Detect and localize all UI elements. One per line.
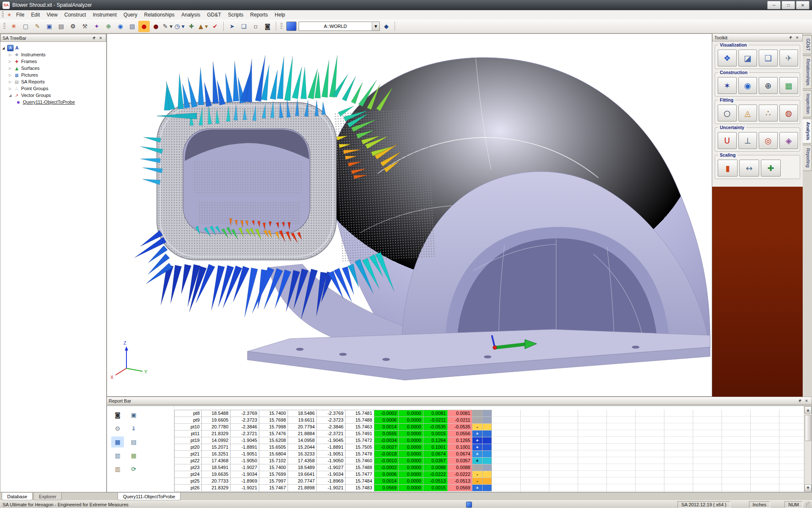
probe-cube-icon[interactable]: ▧ bbox=[126, 21, 138, 32]
report-table-row[interactable]: pt22 17.4368 -1.9050 15.7102 17.4358 -1.… bbox=[175, 458, 492, 464]
tree-item-query111[interactable]: ● Query111-ObjectToProbe bbox=[16, 99, 105, 105]
hide-objects-icon[interactable]: ◪ bbox=[738, 50, 757, 66]
report-table-row[interactable]: pt10 20.7780 -2.3846 15.7998 20.7794 -2.… bbox=[175, 424, 492, 431]
window-panes-icon[interactable]: ❏ bbox=[238, 21, 250, 32]
tree-expander-icon[interactable]: ▷ bbox=[8, 60, 12, 64]
tree-root-collection[interactable]: ◢ A A bbox=[1, 44, 105, 51]
select-pointer-icon[interactable]: ➤ bbox=[226, 21, 238, 32]
fly-view-icon[interactable]: ✈ bbox=[779, 50, 798, 66]
toolkit-close-icon[interactable]: ✕ bbox=[794, 35, 801, 41]
magic-construct-icon[interactable]: ✶ bbox=[718, 77, 737, 94]
instrument-uncertainty-icon[interactable]: ⊥ bbox=[738, 132, 757, 149]
points-fit-icon[interactable]: ◬ bbox=[738, 105, 757, 121]
graph-icon[interactable]: ▲ ▾ bbox=[198, 21, 209, 32]
menu-item[interactable]: Analysis bbox=[178, 11, 204, 19]
viewport-3d[interactable]: Z X Y bbox=[107, 33, 712, 397]
toolbar-grip[interactable] bbox=[3, 23, 5, 30]
report-table-row[interactable]: pt26 21.8329 -1.9021 15.7467 21.8898 -1.… bbox=[175, 485, 492, 491]
menu-grip[interactable] bbox=[2, 11, 4, 18]
sensor-uncertainty-icon[interactable]: ◈ bbox=[779, 132, 798, 149]
report-table-row[interactable]: pt25 20.7733 -1.8969 15.7997 20.7747 -1.… bbox=[175, 478, 492, 485]
report-zoom-icon[interactable]: ⊙ bbox=[111, 423, 124, 434]
treebar-pin-icon[interactable] bbox=[91, 35, 97, 41]
verify-check-icon[interactable]: ✔ bbox=[209, 21, 221, 32]
menu-item[interactable]: View bbox=[43, 11, 61, 19]
scroll-down-icon[interactable]: ▼ bbox=[804, 484, 812, 491]
report-table-icon[interactable]: ▦ bbox=[111, 436, 124, 447]
report-table-row[interactable]: pt20 15.2071 -1.8891 15.6505 15.2044 -1.… bbox=[175, 444, 492, 451]
measure-sphere-icon[interactable]: ● bbox=[138, 21, 150, 32]
settings-gear-icon[interactable]: ⚙ bbox=[67, 21, 79, 32]
menu-item[interactable]: File bbox=[13, 11, 27, 19]
survey-icon[interactable]: ✦ bbox=[91, 21, 102, 32]
build-tools-icon[interactable]: ⚒ bbox=[79, 21, 91, 32]
menu-item[interactable]: Help bbox=[272, 11, 289, 19]
tree-expander-icon[interactable]: ▷ bbox=[8, 87, 12, 91]
report-table-row[interactable]: pt9 19.6605 -2.3723 15.7698 19.6611 -2.3… bbox=[175, 417, 492, 424]
thermometer-scale-icon[interactable]: ▮ bbox=[718, 160, 738, 177]
menu-item[interactable]: Edit bbox=[28, 11, 44, 19]
tree-item-frames[interactable]: ▷ ✚ Frames bbox=[8, 58, 105, 65]
menu-item[interactable]: GD&T bbox=[204, 11, 225, 19]
tree-expander-icon[interactable]: ◢ bbox=[1, 46, 5, 50]
menu-item[interactable]: Relationships bbox=[141, 11, 178, 19]
tree-expander-icon[interactable]: ▷ bbox=[8, 66, 12, 70]
menu-item[interactable]: Scripts bbox=[225, 11, 247, 19]
cloud-fit-icon[interactable]: ∴ bbox=[759, 105, 778, 121]
target-icon[interactable]: ⊕ bbox=[103, 21, 114, 32]
combo-dropdown-icon[interactable]: ▼ bbox=[372, 22, 379, 30]
side-tab[interactable]: Relationships bbox=[803, 55, 812, 89]
report-table-row[interactable]: pt11 21.8329 -2.3721 15.7476 21.8884 -2.… bbox=[175, 431, 492, 437]
treebar-close-icon[interactable]: ✕ bbox=[97, 35, 104, 41]
sa-settings-icon[interactable]: ✳ bbox=[8, 21, 19, 32]
tree-item-point-groups[interactable]: ▷ ∴ Point Groups bbox=[8, 85, 105, 92]
report-close-icon[interactable]: ✕ bbox=[803, 398, 810, 404]
tree-item-instruments[interactable]: ▷ ❖ Instruments bbox=[8, 51, 105, 58]
tree-expander-icon[interactable]: ▷ bbox=[8, 53, 12, 57]
target-uncertainty-icon[interactable]: ◎ bbox=[759, 132, 778, 149]
side-tab[interactable]: Reporting bbox=[803, 145, 812, 171]
toolkit-pin-icon[interactable] bbox=[787, 35, 794, 41]
selection-box-icon[interactable]: ▫ bbox=[250, 21, 261, 32]
tree-expander-icon[interactable]: ◢ bbox=[8, 94, 12, 97]
panel-layers-icon[interactable]: ❏ bbox=[759, 50, 778, 66]
menu-item[interactable]: Reports bbox=[247, 11, 272, 19]
add-scale-icon[interactable]: ✚ bbox=[761, 160, 781, 177]
report-refresh-icon[interactable]: ⟳ bbox=[127, 464, 140, 475]
report-scrollbar[interactable]: ▲ ▼ bbox=[804, 406, 812, 492]
paint-bucket-icon[interactable]: ◆ bbox=[381, 21, 392, 32]
cloud-construct-icon[interactable]: ▦ bbox=[779, 77, 798, 94]
report-table-row[interactable]: pt19 14.0992 -1.9045 15.6208 14.0958 -1.… bbox=[175, 437, 492, 444]
annotate-icon[interactable]: ✎ ▾ bbox=[162, 21, 173, 32]
print-icon[interactable]: ▤ bbox=[55, 21, 67, 32]
report-columns-icon[interactable]: ▤ bbox=[127, 436, 140, 447]
geometry-fit-icon[interactable]: ○ bbox=[718, 105, 737, 121]
tree-item-surfaces[interactable]: ▷ ▲ Surfaces bbox=[8, 65, 105, 72]
watch-clock-icon[interactable]: ◷ ▾ bbox=[174, 21, 185, 32]
tree-item-sa-reports[interactable]: ▷ ▤ SA Reports bbox=[8, 78, 105, 85]
tab-database[interactable]: Database bbox=[2, 493, 33, 500]
app-menu-icon[interactable]: ✳ bbox=[7, 12, 11, 18]
report-table-row[interactable]: pt21 16.3251 -1.9051 15.6804 16.3233 -1.… bbox=[175, 451, 492, 458]
uncertainty-field-icon[interactable]: U bbox=[718, 132, 737, 149]
side-tab[interactable]: GD&T bbox=[803, 35, 812, 54]
report-group-icon[interactable]: ▦ bbox=[127, 450, 140, 461]
close-button[interactable]: ✕ bbox=[796, 1, 809, 9]
circle-construct-icon[interactable]: ⊕ bbox=[759, 77, 778, 94]
tree-expander-icon[interactable]: ▷ bbox=[8, 73, 12, 77]
report-copy-icon[interactable]: ▣ bbox=[127, 409, 140, 420]
report-snapshot-icon[interactable]: ◙ bbox=[111, 409, 124, 420]
report-pin-icon[interactable] bbox=[796, 398, 803, 404]
view-orientation-icon[interactable]: ❖ bbox=[718, 50, 737, 66]
tree-expander-icon[interactable]: ▷ bbox=[8, 80, 12, 84]
tree-item-vector-groups[interactable]: ◢ ↗ Vector Groups bbox=[8, 92, 105, 99]
laser-point-icon[interactable]: ● bbox=[150, 21, 162, 32]
report-split-icon[interactable]: ▥ bbox=[111, 464, 124, 475]
report-table-row[interactable]: pt23 18.5491 -1.9027 15.7400 18.5489 -1.… bbox=[175, 464, 492, 471]
move-objects-icon[interactable]: ✚ bbox=[186, 21, 197, 32]
save-icon[interactable]: ▣ bbox=[44, 21, 55, 32]
report-table-row[interactable]: pt8 18.5488 -2.3769 15.7400 18.5486 -2.3… bbox=[175, 410, 492, 417]
toolbar-grip-2[interactable] bbox=[280, 23, 283, 30]
side-tab[interactable]: Analysis bbox=[803, 119, 812, 144]
edit-file-icon[interactable]: ✎ bbox=[32, 21, 43, 32]
